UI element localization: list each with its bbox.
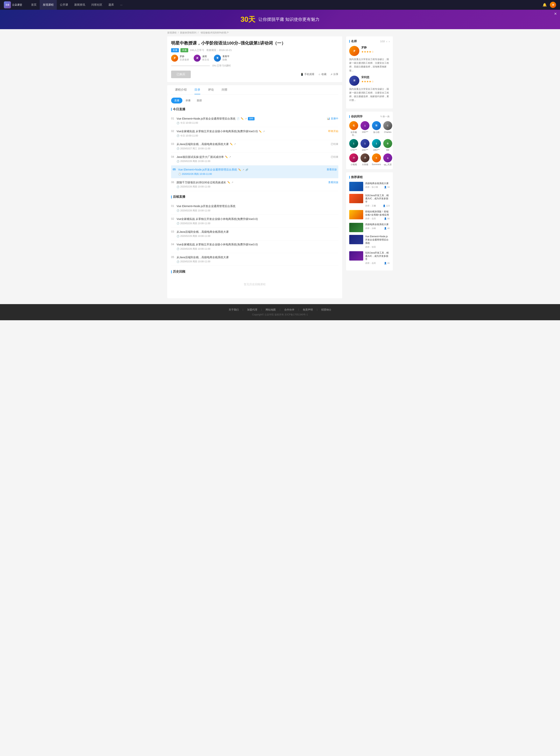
lesson-time-4: 🕐 2020/02/26 周四 10:00-11:00	[177, 160, 331, 163]
footer-disclaimer[interactable]: 免责声明	[303, 308, 313, 312]
rec-info-5: Vue Element+Node.js开发企业通用管理后台系统 讲师：张田	[365, 235, 390, 248]
sub-tab-record[interactable]: 录播	[182, 98, 194, 103]
share-icon-6[interactable]: ↗	[232, 181, 233, 184]
rec-meta-3: 讲师：岳田 👤 56	[365, 217, 390, 220]
classmate-name-12: qq_天涯	[384, 163, 392, 166]
share-icon-5[interactable]: ↗	[242, 168, 244, 172]
edit-icon-1[interactable]: ✏️	[241, 117, 244, 120]
rec-item-2[interactable]: 玩转Java开发工具，精通JUC，成为开发多面手 讲师：王栅 👤 123	[349, 194, 390, 207]
footer-partner[interactable]: 合作伙伴	[284, 308, 294, 312]
lesson-status-5[interactable]: 查看回放	[327, 168, 337, 171]
history-title: 历史回顾	[171, 270, 338, 274]
nav-news[interactable]: 新闻资讯	[71, 0, 88, 10]
tab-comments[interactable]: 评论	[204, 85, 218, 94]
recommended-title: 推荐课程	[349, 175, 363, 179]
teacher-info-1: 罗静 主讲老师	[180, 55, 189, 61]
classmate-name-7: 1867**	[373, 149, 380, 151]
breadcrumb-current: 销冠修炼术找到80%的客户	[201, 31, 229, 34]
nav-open[interactable]: 公开课	[57, 0, 71, 10]
lesson-item-3: 03 从Java后端到全栈，高级电商全栈系统大课 ✏️ ↗ 🕐 2020/02/…	[171, 140, 338, 153]
footer-links: 关于我们 | 加盟代理 | 网站地图 | 合作伙伴 | 免责声明 | 招贤纳士	[4, 308, 556, 312]
course-tabs: 课程介绍 目录 评论 问答	[167, 85, 342, 95]
footer-agent[interactable]: 加盟代理	[247, 308, 257, 312]
future-title-2: Vue全家桶实战 从零独立开发企业级小米电商系统(免费升级Vue3.0)	[177, 217, 338, 221]
classmates-card: 你的同学 ↻ 换一换 化 化学教书... 1 1567** 张 张小	[346, 112, 393, 169]
change-classmates[interactable]: ↻ 换一换	[380, 115, 390, 118]
clock-icon-1: 🕐	[177, 122, 179, 124]
notification-icon[interactable]: 🔔	[542, 3, 547, 7]
lesson-status-6[interactable]: 查看回放	[328, 181, 338, 184]
teacher-sidebar-desc-1: 国内某重点大学安全工程专业硕士，国家一级注册消防工程师、注册安全工程师、高级注册…	[349, 58, 390, 73]
tabs-row: 课程介绍 目录 评论 问答	[171, 85, 338, 95]
lesson-num-3: 03	[171, 142, 177, 145]
link-icon-5[interactable]: 🔗	[245, 168, 248, 172]
mobile-watch[interactable]: 📱 手机观看	[300, 73, 315, 76]
footer-about[interactable]: 关于我们	[229, 308, 239, 312]
edit-icon-6[interactable]: ✏️	[227, 181, 230, 184]
share-btn[interactable]: ↗ 分享	[331, 73, 338, 76]
nav-problems[interactable]: 题库	[105, 0, 117, 10]
edit-icon-5[interactable]: ✏️	[238, 168, 241, 172]
breadcrumb-sep1: /	[178, 31, 179, 34]
user-avatar[interactable]: 用	[550, 2, 556, 8]
banner-close[interactable]: ✕	[554, 12, 557, 16]
tag-record: 录播	[180, 48, 188, 52]
share-icon-3[interactable]: ↗	[234, 142, 236, 146]
lesson-num-4: 04	[171, 155, 177, 158]
lesson-status-1: 📊 直播中	[327, 117, 338, 120]
today-live-title: 今日直播	[171, 107, 338, 112]
teacher-name-2: 凌荷	[202, 55, 209, 58]
doc-icon-1[interactable]: 📄	[237, 117, 240, 120]
rec-title-5: Vue Element+Node.js开发企业通用管理后台系统	[365, 235, 390, 245]
rec-item-5[interactable]: Vue Element+Node.js开发企业通用管理后台系统 讲师：张田	[349, 235, 390, 248]
teacher-sidebar-avatar-1: 罗	[349, 46, 359, 56]
classmate-avatar-6: 1	[360, 139, 369, 148]
rec-item-3[interactable]: 前端全栈加强版！前端全栈+全周期+多维应用 讲师：岳田 👤 56	[349, 210, 390, 220]
edit-icon-2[interactable]: ✏️	[259, 130, 262, 133]
classmate-avatar-5: 1	[349, 139, 358, 148]
nav-more[interactable]: ···	[117, 0, 126, 10]
banner-number: 30天	[241, 15, 255, 24]
teacher-item-2: 凌 凌荷 班主任	[194, 55, 209, 62]
rec-item-4[interactable]: 高级电商全线系统大课 讲师：冷峰 👤 40	[349, 223, 390, 232]
tag-live: 直播	[171, 48, 179, 52]
refresh-icon: ↻	[380, 115, 382, 118]
nav-home[interactable]: 首页	[28, 0, 40, 10]
banner: 30天 让你摆脱平庸 知识使你更有魅力 ✕	[0, 10, 560, 29]
classmate-avatar-7: 1	[372, 139, 381, 148]
prev-teacher[interactable]: ‹	[386, 40, 387, 43]
collect-btn[interactable]: ☆ 收藏	[318, 73, 326, 76]
next-teacher[interactable]: ›	[389, 40, 390, 43]
share-icon-1[interactable]: ↗	[245, 117, 247, 120]
future-title-5: 从Java后端到全栈，高级电商全栈系统大课	[177, 256, 338, 259]
lesson-item-1: 01 Vue Element+Node.js开发企业通用管理后台系统 📄 ✏️ …	[171, 115, 338, 127]
share-icon-4[interactable]: ↗	[229, 155, 231, 159]
nav-discover[interactable]: 发现课程	[40, 0, 57, 10]
footer-recruit[interactable]: 招贤纳士	[321, 308, 331, 312]
footer-sitemap[interactable]: 网站地图	[266, 308, 276, 312]
mobile-icon: 📱	[300, 73, 303, 76]
classmate-7: 1 1867**	[372, 139, 381, 151]
logo[interactable]: 云朵 云朵课堂	[4, 1, 22, 8]
nav-qa[interactable]: 问答社区	[88, 0, 105, 10]
sub-tab-live[interactable]: 直播	[171, 98, 182, 103]
teacher-info-3: 青青平 助教	[222, 55, 229, 61]
edit-icon-3[interactable]: ✏️	[230, 142, 233, 146]
rec-item-1[interactable]: 高级电商全线系统大课 讲师：张小锋 👤 34	[349, 182, 390, 191]
classmate-10: 大 大笨猪	[360, 154, 369, 166]
edit-icon-4[interactable]: ✏️	[225, 155, 228, 159]
lesson-item-6: 06 跟随千万级项目从0到100全过程高效成长 ✏️ ↗ 🕐 2020/02/2…	[171, 178, 338, 191]
tab-intro[interactable]: 课程介绍	[171, 85, 191, 94]
rec-item-6[interactable]: 玩转Java开发工具，精通JUC，成为开发多面手 讲师：岳田 👤 46	[349, 251, 390, 265]
future-lesson-5: 05 从Java后端到全栈，高级电商全栈系统大课 🕐 2020/02/26 周四…	[171, 253, 338, 266]
breadcrumb-discover[interactable]: 发现课程	[167, 31, 177, 34]
clock-icon-6: 🕐	[177, 185, 179, 188]
share-icon-2[interactable]: ↗	[263, 130, 265, 133]
tab-catalog[interactable]: 目录	[191, 85, 204, 94]
bought-button[interactable]: 已购买	[171, 71, 191, 78]
future-content-3: 从Java后端到全栈，高级电商全栈系统大课 🕐 2020/02/26 周四 10…	[177, 230, 338, 238]
sub-tab-offline[interactable]: 面授	[194, 98, 205, 103]
breadcrumb-series[interactable]: 新媒体营销系列	[180, 31, 196, 34]
classmate-name-8: Bill	[386, 149, 389, 151]
tab-qa[interactable]: 问答	[218, 85, 232, 94]
